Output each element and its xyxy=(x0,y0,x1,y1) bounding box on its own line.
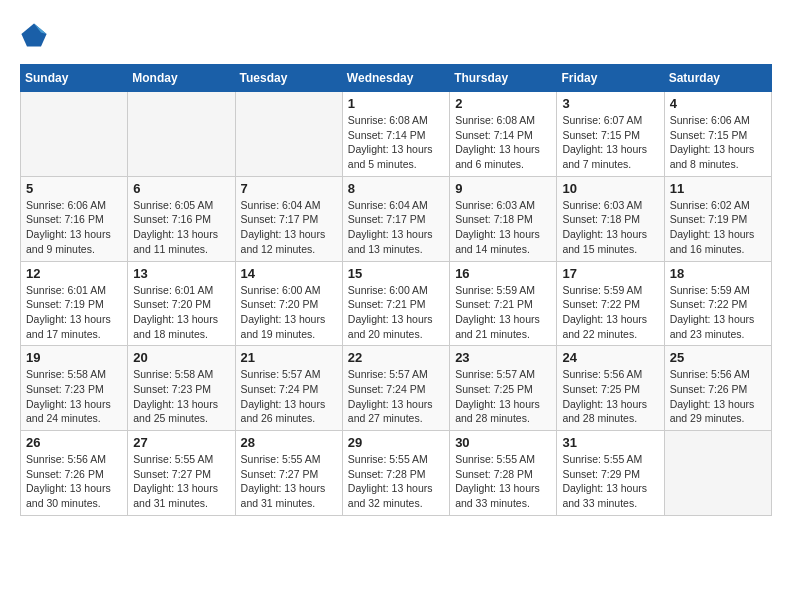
day-cell: 26Sunrise: 5:56 AMSunset: 7:26 PMDayligh… xyxy=(21,431,128,516)
day-info: Sunrise: 5:56 AMSunset: 7:26 PMDaylight:… xyxy=(26,452,122,511)
day-info: Sunrise: 6:07 AMSunset: 7:15 PMDaylight:… xyxy=(562,113,658,172)
day-cell: 16Sunrise: 5:59 AMSunset: 7:21 PMDayligh… xyxy=(450,261,557,346)
logo-icon xyxy=(20,20,48,48)
day-number: 20 xyxy=(133,350,229,365)
day-info: Sunrise: 6:00 AMSunset: 7:20 PMDaylight:… xyxy=(241,283,337,342)
day-cell: 29Sunrise: 5:55 AMSunset: 7:28 PMDayligh… xyxy=(342,431,449,516)
day-info: Sunrise: 6:04 AMSunset: 7:17 PMDaylight:… xyxy=(241,198,337,257)
day-number: 19 xyxy=(26,350,122,365)
weekday-header-sunday: Sunday xyxy=(21,65,128,92)
day-info: Sunrise: 5:55 AMSunset: 7:28 PMDaylight:… xyxy=(455,452,551,511)
weekday-header-thursday: Thursday xyxy=(450,65,557,92)
day-number: 7 xyxy=(241,181,337,196)
day-info: Sunrise: 5:55 AMSunset: 7:29 PMDaylight:… xyxy=(562,452,658,511)
day-info: Sunrise: 6:04 AMSunset: 7:17 PMDaylight:… xyxy=(348,198,444,257)
day-number: 23 xyxy=(455,350,551,365)
day-cell: 30Sunrise: 5:55 AMSunset: 7:28 PMDayligh… xyxy=(450,431,557,516)
day-info: Sunrise: 6:01 AMSunset: 7:20 PMDaylight:… xyxy=(133,283,229,342)
day-cell: 17Sunrise: 5:59 AMSunset: 7:22 PMDayligh… xyxy=(557,261,664,346)
day-cell: 4Sunrise: 6:06 AMSunset: 7:15 PMDaylight… xyxy=(664,92,771,177)
day-info: Sunrise: 5:55 AMSunset: 7:27 PMDaylight:… xyxy=(241,452,337,511)
day-cell: 3Sunrise: 6:07 AMSunset: 7:15 PMDaylight… xyxy=(557,92,664,177)
calendar-table: SundayMondayTuesdayWednesdayThursdayFrid… xyxy=(20,64,772,516)
day-info: Sunrise: 6:06 AMSunset: 7:15 PMDaylight:… xyxy=(670,113,766,172)
weekday-header-tuesday: Tuesday xyxy=(235,65,342,92)
day-cell: 9Sunrise: 6:03 AMSunset: 7:18 PMDaylight… xyxy=(450,176,557,261)
day-cell xyxy=(235,92,342,177)
day-info: Sunrise: 5:55 AMSunset: 7:27 PMDaylight:… xyxy=(133,452,229,511)
day-cell: 2Sunrise: 6:08 AMSunset: 7:14 PMDaylight… xyxy=(450,92,557,177)
day-cell: 14Sunrise: 6:00 AMSunset: 7:20 PMDayligh… xyxy=(235,261,342,346)
day-info: Sunrise: 5:59 AMSunset: 7:22 PMDaylight:… xyxy=(670,283,766,342)
day-cell: 31Sunrise: 5:55 AMSunset: 7:29 PMDayligh… xyxy=(557,431,664,516)
calendar-header: SundayMondayTuesdayWednesdayThursdayFrid… xyxy=(21,65,772,92)
day-number: 13 xyxy=(133,266,229,281)
day-cell: 13Sunrise: 6:01 AMSunset: 7:20 PMDayligh… xyxy=(128,261,235,346)
day-number: 12 xyxy=(26,266,122,281)
week-row-2: 5Sunrise: 6:06 AMSunset: 7:16 PMDaylight… xyxy=(21,176,772,261)
day-cell: 6Sunrise: 6:05 AMSunset: 7:16 PMDaylight… xyxy=(128,176,235,261)
day-number: 29 xyxy=(348,435,444,450)
day-number: 18 xyxy=(670,266,766,281)
day-number: 21 xyxy=(241,350,337,365)
day-cell: 12Sunrise: 6:01 AMSunset: 7:19 PMDayligh… xyxy=(21,261,128,346)
day-number: 28 xyxy=(241,435,337,450)
day-info: Sunrise: 6:01 AMSunset: 7:19 PMDaylight:… xyxy=(26,283,122,342)
week-row-3: 12Sunrise: 6:01 AMSunset: 7:19 PMDayligh… xyxy=(21,261,772,346)
day-info: Sunrise: 6:08 AMSunset: 7:14 PMDaylight:… xyxy=(455,113,551,172)
day-number: 6 xyxy=(133,181,229,196)
day-info: Sunrise: 5:57 AMSunset: 7:24 PMDaylight:… xyxy=(348,367,444,426)
day-number: 14 xyxy=(241,266,337,281)
day-number: 31 xyxy=(562,435,658,450)
weekday-header-friday: Friday xyxy=(557,65,664,92)
day-number: 11 xyxy=(670,181,766,196)
day-cell: 8Sunrise: 6:04 AMSunset: 7:17 PMDaylight… xyxy=(342,176,449,261)
weekday-header-saturday: Saturday xyxy=(664,65,771,92)
day-info: Sunrise: 6:08 AMSunset: 7:14 PMDaylight:… xyxy=(348,113,444,172)
day-cell: 21Sunrise: 5:57 AMSunset: 7:24 PMDayligh… xyxy=(235,346,342,431)
day-info: Sunrise: 6:05 AMSunset: 7:16 PMDaylight:… xyxy=(133,198,229,257)
day-number: 2 xyxy=(455,96,551,111)
page-header xyxy=(20,20,772,48)
day-number: 22 xyxy=(348,350,444,365)
logo xyxy=(20,20,52,48)
day-info: Sunrise: 5:59 AMSunset: 7:21 PMDaylight:… xyxy=(455,283,551,342)
day-number: 3 xyxy=(562,96,658,111)
day-info: Sunrise: 5:58 AMSunset: 7:23 PMDaylight:… xyxy=(133,367,229,426)
day-number: 4 xyxy=(670,96,766,111)
day-cell: 5Sunrise: 6:06 AMSunset: 7:16 PMDaylight… xyxy=(21,176,128,261)
day-info: Sunrise: 5:56 AMSunset: 7:26 PMDaylight:… xyxy=(670,367,766,426)
day-info: Sunrise: 5:57 AMSunset: 7:25 PMDaylight:… xyxy=(455,367,551,426)
day-number: 5 xyxy=(26,181,122,196)
day-cell xyxy=(664,431,771,516)
day-cell: 1Sunrise: 6:08 AMSunset: 7:14 PMDaylight… xyxy=(342,92,449,177)
day-info: Sunrise: 5:57 AMSunset: 7:24 PMDaylight:… xyxy=(241,367,337,426)
day-cell xyxy=(21,92,128,177)
day-number: 16 xyxy=(455,266,551,281)
day-cell: 11Sunrise: 6:02 AMSunset: 7:19 PMDayligh… xyxy=(664,176,771,261)
day-cell: 18Sunrise: 5:59 AMSunset: 7:22 PMDayligh… xyxy=(664,261,771,346)
day-number: 24 xyxy=(562,350,658,365)
day-number: 1 xyxy=(348,96,444,111)
day-number: 27 xyxy=(133,435,229,450)
week-row-1: 1Sunrise: 6:08 AMSunset: 7:14 PMDaylight… xyxy=(21,92,772,177)
week-row-4: 19Sunrise: 5:58 AMSunset: 7:23 PMDayligh… xyxy=(21,346,772,431)
day-cell: 27Sunrise: 5:55 AMSunset: 7:27 PMDayligh… xyxy=(128,431,235,516)
day-info: Sunrise: 6:02 AMSunset: 7:19 PMDaylight:… xyxy=(670,198,766,257)
day-cell: 10Sunrise: 6:03 AMSunset: 7:18 PMDayligh… xyxy=(557,176,664,261)
weekday-header-wednesday: Wednesday xyxy=(342,65,449,92)
day-number: 8 xyxy=(348,181,444,196)
day-cell xyxy=(128,92,235,177)
week-row-5: 26Sunrise: 5:56 AMSunset: 7:26 PMDayligh… xyxy=(21,431,772,516)
day-info: Sunrise: 5:56 AMSunset: 7:25 PMDaylight:… xyxy=(562,367,658,426)
svg-marker-0 xyxy=(21,24,46,47)
day-number: 10 xyxy=(562,181,658,196)
weekday-header-monday: Monday xyxy=(128,65,235,92)
day-cell: 19Sunrise: 5:58 AMSunset: 7:23 PMDayligh… xyxy=(21,346,128,431)
day-info: Sunrise: 6:06 AMSunset: 7:16 PMDaylight:… xyxy=(26,198,122,257)
day-info: Sunrise: 5:58 AMSunset: 7:23 PMDaylight:… xyxy=(26,367,122,426)
day-cell: 23Sunrise: 5:57 AMSunset: 7:25 PMDayligh… xyxy=(450,346,557,431)
day-number: 26 xyxy=(26,435,122,450)
calendar-body: 1Sunrise: 6:08 AMSunset: 7:14 PMDaylight… xyxy=(21,92,772,516)
day-number: 9 xyxy=(455,181,551,196)
